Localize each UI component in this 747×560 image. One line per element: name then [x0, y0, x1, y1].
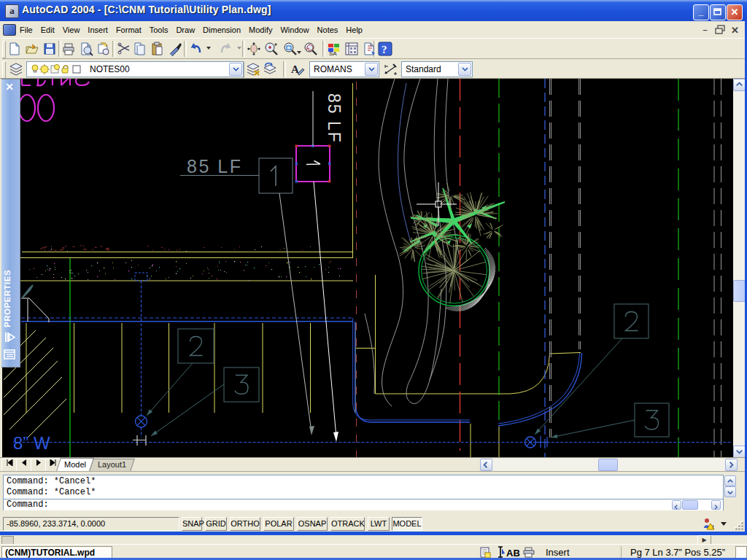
svg-text:85 LF: 85 LF [325, 93, 344, 144]
svg-text:?: ? [382, 44, 387, 55]
svg-text:85 LF: 85 LF [187, 156, 242, 176]
svg-text:8” W: 8” W [13, 433, 50, 453]
svg-text:SA: SA [329, 50, 337, 56]
svg-text:!: ! [712, 524, 713, 530]
